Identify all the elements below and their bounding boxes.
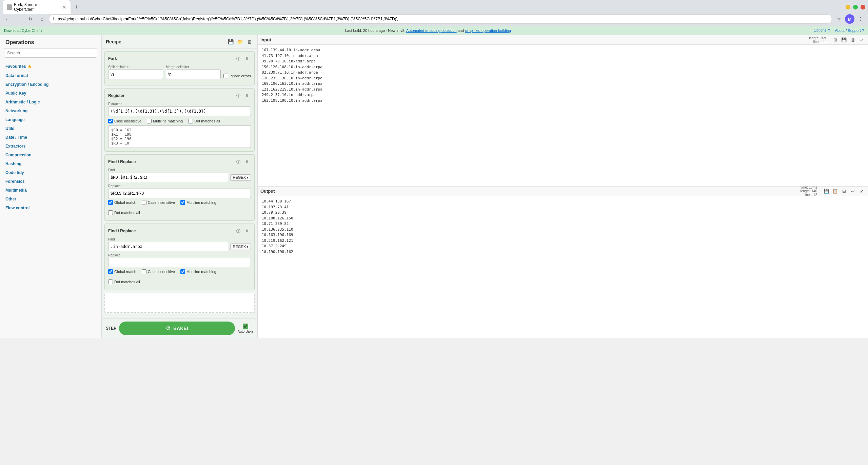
fr1-global-match-checkbox[interactable] (108, 200, 113, 205)
output-expand-btn[interactable]: ⊞ (840, 188, 848, 195)
register-info-btn[interactable]: ⓘ (235, 92, 242, 99)
fr2-case-insensitive-checkbox[interactable] (142, 269, 146, 274)
input-fullscreen-btn[interactable]: ⤢ (858, 36, 865, 44)
fr2-global-match-label[interactable]: Global match (108, 269, 136, 274)
auto-bake-checkbox[interactable] (243, 324, 248, 329)
sidebar-item-forensics[interactable]: Forensics (0, 177, 101, 186)
register-pause-btn[interactable]: ⏸ (243, 92, 251, 99)
sidebar-item-extractors[interactable]: Extractors (0, 142, 101, 151)
input-expand-btn[interactable]: ⊞ (831, 36, 839, 44)
fr1-multiline-checkbox[interactable] (180, 200, 185, 205)
register-case-insensitive-label[interactable]: Case insensitive (108, 119, 141, 123)
fr2-pause-btn[interactable]: ⏸ (243, 227, 251, 235)
sidebar-item-flow-control[interactable]: Flow control (0, 204, 101, 212)
fr1-case-insensitive-label[interactable]: Case insensitive (142, 200, 175, 205)
split-delimiter-input[interactable] (108, 70, 163, 79)
merge-delimiter-input[interactable] (166, 70, 221, 79)
output-copy-btn[interactable]: 📋 (831, 188, 839, 195)
clear-recipe-btn[interactable]: 🗑 (246, 38, 253, 45)
sidebar-item-multimedia[interactable]: Multimedia (0, 186, 101, 195)
input-save-btn[interactable]: 💾 (840, 36, 848, 44)
extractor-input[interactable] (108, 106, 251, 116)
ignore-errors-checkbox[interactable] (223, 74, 228, 78)
bookmark-btn[interactable]: ☆ (834, 14, 844, 24)
sidebar-item-favourites[interactable]: Favourites ★ (0, 62, 101, 71)
fr1-dot-matches-text: Dot matches all (114, 211, 140, 215)
fork-info-btn[interactable]: ⓘ (235, 55, 242, 62)
bake-button[interactable]: ⏱ BAKE! (119, 322, 235, 335)
input-content[interactable]: 167.139.44.10.in-addr.arpa 41.73.197.10.… (258, 45, 868, 186)
ignore-errors-text: Ignore errors (230, 74, 251, 78)
notif-link2[interactable]: simplified operation building (465, 28, 511, 33)
fr2-dot-matches-checkbox[interactable] (108, 279, 113, 284)
fr2-case-insensitive-label[interactable]: Case insensitive (142, 269, 175, 274)
fr1-global-match-label[interactable]: Global match (108, 200, 136, 205)
sidebar-item-compression[interactable]: Compression (0, 151, 101, 159)
sidebar-item-encryption[interactable]: Encryption / Encoding (0, 80, 101, 89)
sidebar-item-other[interactable]: Other (0, 195, 101, 204)
load-recipe-btn[interactable]: 📁 (236, 38, 244, 45)
sidebar-item-public-key[interactable]: Public Key (0, 89, 101, 98)
sidebar-item-date-time[interactable]: Date / Time (0, 133, 101, 142)
sidebar-item-hashing[interactable]: Hashing (0, 159, 101, 168)
sidebar-item-utils[interactable]: Utils (0, 124, 101, 133)
ignore-errors-label[interactable]: Ignore errors (223, 74, 251, 78)
search-input[interactable] (4, 48, 97, 58)
extensions-btn[interactable]: ⋮ (856, 14, 865, 24)
address-input[interactable] (49, 14, 832, 24)
regex-badge-2[interactable]: REGEX ▾ (230, 244, 251, 250)
input-clear-btn[interactable]: 🗑 (849, 36, 856, 44)
save-recipe-btn[interactable]: 💾 (227, 38, 234, 45)
find-input-2[interactable] (108, 242, 228, 251)
options-link[interactable]: Options ⚙ (813, 28, 831, 33)
notif-link1[interactable]: Automated encoding detection (406, 28, 457, 33)
output-fullscreen-btn[interactable]: ⤢ (858, 188, 865, 195)
new-tab-button[interactable]: + (72, 2, 81, 12)
maximize-btn[interactable] (853, 5, 858, 9)
fr1-pause-btn[interactable]: ⏸ (243, 158, 251, 166)
tab-close-btn[interactable]: ✕ (62, 4, 66, 10)
register-multiline-checkbox[interactable] (147, 119, 152, 123)
register-dot-matches-checkbox[interactable] (188, 119, 193, 123)
register-case-insensitive-checkbox[interactable] (108, 119, 113, 123)
register-multiline-label[interactable]: Multiline matching (147, 119, 183, 123)
register-dot-matches-label[interactable]: Dot matches all (188, 119, 220, 123)
active-tab[interactable]: Fork, 3 more - CyberChef ✕ (3, 0, 71, 14)
download-label[interactable]: Download CyberChef ↓ (4, 28, 42, 33)
find-input-1[interactable] (108, 173, 228, 182)
fork-pause-btn[interactable]: ⏸ (243, 55, 251, 62)
fr1-dot-matches-checkbox[interactable] (108, 210, 113, 215)
nav-home-btn[interactable]: ⌂ (37, 14, 47, 24)
sidebar-item-arithmetic[interactable]: Arithmetic / Logic (0, 98, 101, 106)
fr1-multiline-label[interactable]: Multiline matching (180, 200, 216, 205)
input-toolbar: ⊞ 💾 🗑 ⤢ (831, 36, 865, 44)
close-btn[interactable] (861, 5, 865, 9)
step-label: STEP (106, 326, 116, 331)
fr2-info-btn[interactable]: ⓘ (235, 227, 242, 235)
fr2-multiline-checkbox[interactable] (180, 269, 185, 274)
profile-btn[interactable]: M (845, 14, 854, 24)
about-link[interactable]: About / Support ? (835, 28, 864, 33)
fr1-info-btn[interactable]: ⓘ (235, 158, 242, 166)
replace-input-2[interactable] (108, 258, 251, 267)
output-undo-btn[interactable]: ↩ (849, 188, 856, 195)
regex-badge-1[interactable]: REGEX ▾ (230, 174, 251, 181)
nav-forward-btn[interactable]: → (14, 14, 24, 24)
minimize-btn[interactable] (846, 5, 850, 9)
nav-refresh-btn[interactable]: ↻ (26, 14, 35, 24)
fr2-global-match-checkbox[interactable] (108, 269, 113, 274)
sidebar-item-networking[interactable]: Networking (0, 106, 101, 115)
input-section: Input length: 269 lines: 11 ⊞ 💾 🗑 ⤢ 167.… (258, 35, 868, 187)
sidebar-item-data-format[interactable]: Data format (0, 71, 101, 80)
replace-input-1[interactable] (108, 189, 251, 198)
fr2-dot-matches-label[interactable]: Dot matches all (108, 279, 140, 284)
sidebar-item-language[interactable]: Language (0, 115, 101, 124)
sidebar-item-code-tidy[interactable]: Code tidy (0, 168, 101, 177)
output-meta: time: 10ms length: 140 lines: 12 (801, 186, 817, 197)
nav-back-btn[interactable]: ← (3, 14, 12, 24)
output-save-btn[interactable]: 💾 (823, 188, 830, 195)
fr1-case-insensitive-checkbox[interactable] (142, 200, 146, 205)
fr2-multiline-label[interactable]: Multiline matching (180, 269, 216, 274)
fr1-dot-matches-label[interactable]: Dot matches all (108, 210, 140, 215)
output-line: 10.219.162.121 (262, 238, 864, 244)
